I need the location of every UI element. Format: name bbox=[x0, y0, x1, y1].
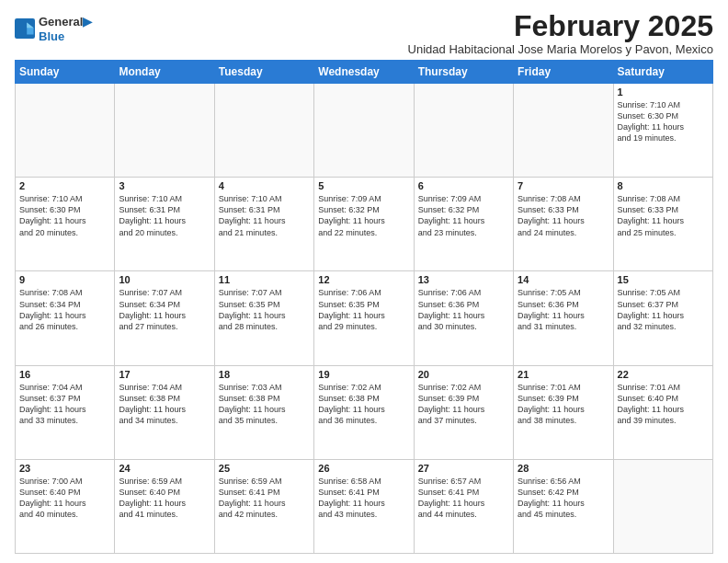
table-row: 8Sunrise: 7:08 AMSunset: 6:33 PMDaylight… bbox=[613, 178, 712, 271]
table-row: 5Sunrise: 7:09 AMSunset: 6:32 PMDaylight… bbox=[314, 178, 414, 271]
table-row: 2Sunrise: 7:10 AMSunset: 6:30 PMDaylight… bbox=[16, 178, 115, 271]
day-number: 4 bbox=[219, 180, 310, 191]
day-info: Sunrise: 7:05 AMSunset: 6:36 PMDaylight:… bbox=[518, 287, 609, 332]
calendar-week-row: 1Sunrise: 7:10 AMSunset: 6:30 PMDaylight… bbox=[16, 84, 713, 178]
day-info: Sunrise: 7:09 AMSunset: 6:32 PMDaylight:… bbox=[318, 193, 409, 238]
table-row: 7Sunrise: 7:08 AMSunset: 6:33 PMDaylight… bbox=[514, 178, 613, 271]
logo: General▶ Blue bbox=[15, 15, 92, 43]
table-row: 12Sunrise: 7:06 AMSunset: 6:35 PMDayligh… bbox=[314, 271, 414, 365]
day-info: Sunrise: 7:07 AMSunset: 6:35 PMDaylight:… bbox=[219, 287, 310, 332]
day-number: 26 bbox=[318, 463, 409, 474]
day-info: Sunrise: 7:01 AMSunset: 6:40 PMDaylight:… bbox=[618, 382, 709, 427]
table-row: 10Sunrise: 7:07 AMSunset: 6:34 PMDayligh… bbox=[115, 271, 214, 365]
day-number: 10 bbox=[119, 274, 210, 285]
table-row: 9Sunrise: 7:08 AMSunset: 6:34 PMDaylight… bbox=[16, 271, 115, 365]
day-info: Sunrise: 7:07 AMSunset: 6:34 PMDaylight:… bbox=[119, 287, 210, 332]
table-row: 4Sunrise: 7:10 AMSunset: 6:31 PMDaylight… bbox=[214, 178, 313, 271]
day-info: Sunrise: 6:59 AMSunset: 6:41 PMDaylight:… bbox=[219, 476, 310, 521]
day-number: 23 bbox=[19, 463, 110, 474]
calendar-week-row: 9Sunrise: 7:08 AMSunset: 6:34 PMDaylight… bbox=[16, 271, 713, 365]
day-number: 21 bbox=[518, 369, 609, 380]
calendar-week-row: 16Sunrise: 7:04 AMSunset: 6:37 PMDayligh… bbox=[16, 365, 713, 459]
day-number: 8 bbox=[618, 180, 709, 191]
day-info: Sunrise: 7:01 AMSunset: 6:39 PMDaylight:… bbox=[518, 382, 609, 427]
table-row bbox=[414, 84, 513, 178]
table-row bbox=[214, 84, 313, 178]
day-info: Sunrise: 7:04 AMSunset: 6:37 PMDaylight:… bbox=[19, 382, 110, 427]
table-row: 24Sunrise: 6:59 AMSunset: 6:40 PMDayligh… bbox=[115, 459, 214, 553]
day-number: 7 bbox=[518, 180, 609, 191]
table-row: 20Sunrise: 7:02 AMSunset: 6:39 PMDayligh… bbox=[414, 365, 513, 459]
day-number: 19 bbox=[318, 369, 409, 380]
day-info: Sunrise: 6:58 AMSunset: 6:41 PMDaylight:… bbox=[318, 476, 409, 521]
table-row: 25Sunrise: 6:59 AMSunset: 6:41 PMDayligh… bbox=[214, 459, 313, 553]
table-row bbox=[314, 84, 414, 178]
table-row bbox=[16, 84, 115, 178]
day-number: 6 bbox=[418, 180, 509, 191]
day-info: Sunrise: 6:59 AMSunset: 6:40 PMDaylight:… bbox=[119, 476, 210, 521]
table-row: 23Sunrise: 7:00 AMSunset: 6:40 PMDayligh… bbox=[16, 459, 115, 553]
calendar-week-row: 23Sunrise: 7:00 AMSunset: 6:40 PMDayligh… bbox=[16, 459, 713, 553]
table-row: 17Sunrise: 7:04 AMSunset: 6:38 PMDayligh… bbox=[115, 365, 214, 459]
day-number: 11 bbox=[219, 274, 310, 285]
title-block: February 2025 Unidad Habitacional Jose M… bbox=[408, 11, 713, 56]
location-subtitle: Unidad Habitacional Jose Maria Morelos y… bbox=[408, 42, 713, 56]
day-number: 14 bbox=[518, 274, 609, 285]
day-info: Sunrise: 7:05 AMSunset: 6:37 PMDaylight:… bbox=[618, 287, 709, 332]
day-info: Sunrise: 7:02 AMSunset: 6:39 PMDaylight:… bbox=[418, 382, 509, 427]
day-info: Sunrise: 7:08 AMSunset: 6:33 PMDaylight:… bbox=[518, 193, 609, 238]
calendar-table: Sunday Monday Tuesday Wednesday Thursday… bbox=[15, 60, 713, 554]
day-number: 9 bbox=[19, 274, 110, 285]
table-row: 11Sunrise: 7:07 AMSunset: 6:35 PMDayligh… bbox=[214, 271, 313, 365]
table-row: 1Sunrise: 7:10 AMSunset: 6:30 PMDaylight… bbox=[613, 84, 712, 178]
table-row: 26Sunrise: 6:58 AMSunset: 6:41 PMDayligh… bbox=[314, 459, 414, 553]
table-row bbox=[115, 84, 214, 178]
header-monday: Monday bbox=[115, 61, 214, 84]
table-row: 28Sunrise: 6:56 AMSunset: 6:42 PMDayligh… bbox=[514, 459, 613, 553]
day-info: Sunrise: 7:06 AMSunset: 6:35 PMDaylight:… bbox=[318, 287, 409, 332]
day-info: Sunrise: 7:09 AMSunset: 6:32 PMDaylight:… bbox=[418, 193, 509, 238]
day-number: 22 bbox=[618, 369, 709, 380]
month-year-title: February 2025 bbox=[408, 11, 713, 40]
day-info: Sunrise: 7:04 AMSunset: 6:38 PMDaylight:… bbox=[119, 382, 210, 427]
header-wednesday: Wednesday bbox=[314, 61, 414, 84]
logo-icon bbox=[15, 18, 35, 39]
table-row: 22Sunrise: 7:01 AMSunset: 6:40 PMDayligh… bbox=[613, 365, 712, 459]
logo-text: General▶ Blue bbox=[39, 15, 92, 43]
day-number: 20 bbox=[418, 369, 509, 380]
day-number: 1 bbox=[618, 86, 709, 98]
day-number: 24 bbox=[119, 463, 210, 474]
day-number: 2 bbox=[19, 180, 110, 191]
calendar-header-row: Sunday Monday Tuesday Wednesday Thursday… bbox=[16, 61, 713, 84]
day-info: Sunrise: 7:10 AMSunset: 6:31 PMDaylight:… bbox=[119, 193, 210, 238]
day-number: 28 bbox=[518, 463, 609, 474]
day-number: 16 bbox=[19, 369, 110, 380]
calendar-week-row: 2Sunrise: 7:10 AMSunset: 6:30 PMDaylight… bbox=[16, 178, 713, 271]
header: General▶ Blue February 2025 Unidad Habit… bbox=[15, 11, 713, 56]
day-info: Sunrise: 7:00 AMSunset: 6:40 PMDaylight:… bbox=[19, 476, 110, 521]
day-info: Sunrise: 7:06 AMSunset: 6:36 PMDaylight:… bbox=[418, 287, 509, 332]
table-row bbox=[613, 459, 712, 553]
table-row: 19Sunrise: 7:02 AMSunset: 6:38 PMDayligh… bbox=[314, 365, 414, 459]
table-row: 14Sunrise: 7:05 AMSunset: 6:36 PMDayligh… bbox=[514, 271, 613, 365]
day-number: 27 bbox=[418, 463, 509, 474]
day-number: 5 bbox=[318, 180, 409, 191]
table-row: 6Sunrise: 7:09 AMSunset: 6:32 PMDaylight… bbox=[414, 178, 513, 271]
day-number: 12 bbox=[318, 274, 409, 285]
day-info: Sunrise: 6:56 AMSunset: 6:42 PMDaylight:… bbox=[518, 476, 609, 521]
day-number: 15 bbox=[618, 274, 709, 285]
table-row: 3Sunrise: 7:10 AMSunset: 6:31 PMDaylight… bbox=[115, 178, 214, 271]
table-row: 18Sunrise: 7:03 AMSunset: 6:38 PMDayligh… bbox=[214, 365, 313, 459]
page: General▶ Blue February 2025 Unidad Habit… bbox=[0, 0, 728, 563]
table-row: 21Sunrise: 7:01 AMSunset: 6:39 PMDayligh… bbox=[514, 365, 613, 459]
day-number: 18 bbox=[219, 369, 310, 380]
header-thursday: Thursday bbox=[414, 61, 513, 84]
day-number: 13 bbox=[418, 274, 509, 285]
day-info: Sunrise: 7:02 AMSunset: 6:38 PMDaylight:… bbox=[318, 382, 409, 427]
day-info: Sunrise: 7:08 AMSunset: 6:33 PMDaylight:… bbox=[618, 193, 709, 238]
header-friday: Friday bbox=[514, 61, 613, 84]
header-tuesday: Tuesday bbox=[214, 61, 313, 84]
table-row bbox=[514, 84, 613, 178]
header-saturday: Saturday bbox=[613, 61, 712, 84]
day-number: 25 bbox=[219, 463, 310, 474]
